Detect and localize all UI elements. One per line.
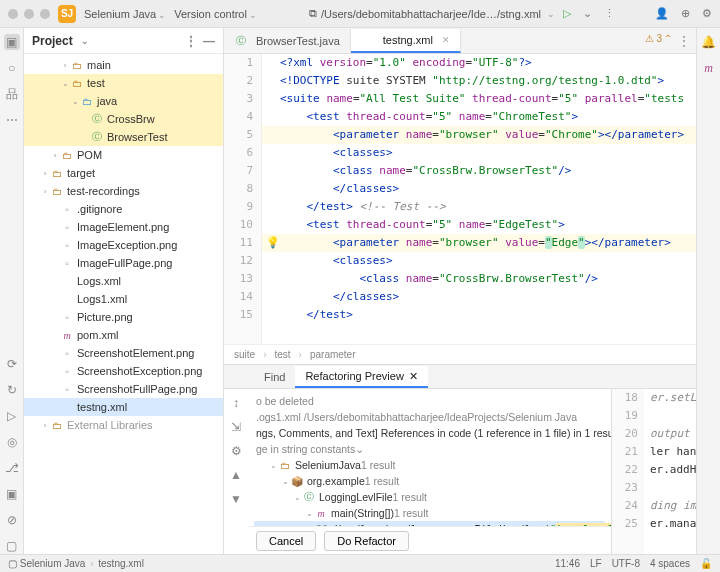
refactor-tree-item[interactable]: ngs, Comments, and Text] References in c… bbox=[254, 425, 605, 441]
branch-icon[interactable]: ⎇ bbox=[4, 460, 20, 476]
refactor-tree-item[interactable]: ⌄ⒸLoggingLevlFile 1 result bbox=[254, 489, 605, 505]
refactor-tree-item[interactable]: ⌄🗀SeleniumJava 1 result bbox=[254, 457, 605, 473]
maven-tool-icon[interactable]: m bbox=[701, 60, 717, 76]
bottom-tab[interactable]: Find bbox=[254, 366, 295, 388]
readonly-icon[interactable]: 🔓 bbox=[700, 558, 712, 569]
editor-gutter: 123456789101112131415 bbox=[224, 54, 262, 344]
indent[interactable]: 4 spaces bbox=[650, 558, 690, 569]
project-tool-icon[interactable]: ▣ bbox=[4, 34, 20, 50]
circle-icon[interactable]: ◎ bbox=[4, 434, 20, 450]
window-controls[interactable] bbox=[8, 9, 50, 19]
editor-area: ⒸBrowserTest.javatestng.xml✕⚠3 ⌃ ⋮ 12345… bbox=[224, 28, 696, 364]
title-bar: SJ Selenium Java⌄ Version control⌄ ⧉ /Us… bbox=[0, 0, 720, 28]
cancel-button[interactable]: Cancel bbox=[256, 531, 316, 551]
tree-item[interactable]: ▫ScreenshotFullPage.png bbox=[24, 380, 223, 398]
refactor-tree-item[interactable]: .ogs1.xml /Users/debomitabhattacharjee/I… bbox=[254, 409, 605, 425]
run-icon[interactable]: ▷ bbox=[563, 7, 571, 20]
vcs-menu[interactable]: Version control⌄ bbox=[174, 8, 257, 20]
tree-item[interactable]: ⒸBrowserTest bbox=[24, 128, 223, 146]
debug-icon[interactable]: ⌄ bbox=[583, 7, 592, 20]
problems-icon[interactable]: ⊘ bbox=[4, 512, 20, 528]
run-config[interactable]: ⧉ /Users/debomitabhattacharjee/Ide…/stng… bbox=[309, 7, 555, 20]
more-tool-icon[interactable]: ⋯ bbox=[4, 112, 20, 128]
editor-tab[interactable]: ⒸBrowserTest.java bbox=[224, 29, 351, 53]
close-icon[interactable]: ✕ bbox=[409, 370, 418, 383]
intention-bulb-icon[interactable]: 💡 bbox=[266, 236, 280, 249]
tree-item[interactable]: ▫ImageException.png bbox=[24, 236, 223, 254]
user-icon[interactable]: 👤 bbox=[655, 7, 669, 20]
next-icon[interactable]: ▼ bbox=[228, 491, 244, 507]
close-icon[interactable]: ✕ bbox=[442, 35, 450, 45]
tree-item[interactable]: ▫ScreenshotException.png bbox=[24, 362, 223, 380]
settings-icon[interactable]: ⚙ bbox=[702, 7, 712, 20]
refactor-tree-item[interactable]: ⌄mmain(String[]) 1 result bbox=[254, 505, 605, 521]
tree-item[interactable]: testng.xml bbox=[24, 398, 223, 416]
tree-item[interactable]: ▫Picture.png bbox=[24, 308, 223, 326]
search-icon[interactable]: ⊕ bbox=[681, 7, 690, 20]
refactor-preview-code[interactable]: 1819202122232425 er.setLevel(Level.WARNI… bbox=[612, 389, 696, 554]
editor-tab[interactable]: testng.xml✕ bbox=[351, 29, 461, 53]
tree-item[interactable]: ›🗀main bbox=[24, 56, 223, 74]
breadcrumb[interactable]: suitetestparameter bbox=[224, 344, 696, 364]
tree-item[interactable]: ▫ImageFullPage.png bbox=[24, 254, 223, 272]
filter-icon[interactable]: ⚙ bbox=[228, 443, 244, 459]
notifications-icon[interactable]: 🔔 bbox=[701, 34, 717, 50]
tree-item[interactable]: ›🗀target bbox=[24, 164, 223, 182]
refactor-tree-item[interactable]: o be deleted bbox=[254, 393, 605, 409]
project-tree[interactable]: ›🗀main⌄🗀test⌄🗀javaⒸCrossBrwⒸBrowserTest›… bbox=[24, 54, 223, 554]
sidebar-opts-icon[interactable]: ⋮ bbox=[185, 34, 197, 48]
tree-item[interactable]: ▫ScreenshotElement.png bbox=[24, 344, 223, 362]
refactor-rail: ↕ ⇲ ⚙ ▲ ▼ bbox=[224, 389, 248, 554]
tree-item[interactable]: ›🗀POM bbox=[24, 146, 223, 164]
expand-icon[interactable]: ↕ bbox=[228, 395, 244, 411]
tree-item[interactable]: Logs.xml bbox=[24, 272, 223, 290]
encoding[interactable]: UTF-8 bbox=[612, 558, 640, 569]
project-badge[interactable]: SJ bbox=[58, 5, 76, 23]
line-sep[interactable]: LF bbox=[590, 558, 602, 569]
do-refactor-button[interactable]: Do Refactor bbox=[324, 531, 409, 551]
tabs-more-icon[interactable]: ⋮ bbox=[678, 34, 690, 48]
tree-item[interactable]: ▫ImageElement.png bbox=[24, 218, 223, 236]
refactor-tree-item[interactable]: ge in string constants ⌄ bbox=[254, 441, 605, 457]
project-name[interactable]: Selenium Java⌄ bbox=[84, 8, 166, 20]
structure-tool-icon[interactable]: 品 bbox=[4, 86, 20, 102]
tree-item[interactable]: ›🗀External Libraries bbox=[24, 416, 223, 434]
tree-item[interactable]: mpom.xml bbox=[24, 326, 223, 344]
box-icon[interactable]: ▢ bbox=[4, 538, 20, 554]
bottom-tab[interactable]: Refactoring Preview ✕ bbox=[295, 366, 427, 388]
tree-item[interactable]: ⒸCrossBrw bbox=[24, 110, 223, 128]
tree-item[interactable]: Logs1.xml bbox=[24, 290, 223, 308]
prev-icon[interactable]: ▲ bbox=[228, 467, 244, 483]
refactor-tree[interactable]: o be deleted.ogs1.xml /Users/debomitabha… bbox=[248, 389, 611, 526]
refactor-tree-item[interactable]: ⌄📦org.example 1 result bbox=[254, 473, 605, 489]
close-dot[interactable] bbox=[8, 9, 18, 19]
tree-item[interactable]: ⌄🗀java bbox=[24, 92, 223, 110]
crumb-item[interactable]: parameter bbox=[299, 349, 356, 360]
editor-tabs: ⒸBrowserTest.javatestng.xml✕⚠3 ⌃ ⋮ bbox=[224, 28, 696, 54]
bottom-tabs: FindRefactoring Preview ✕ bbox=[224, 365, 696, 389]
tree-item[interactable]: ▫.gitignore bbox=[24, 200, 223, 218]
status-nav[interactable]: ▢ Selenium Java › testng.xml bbox=[8, 558, 144, 569]
terminal-icon[interactable]: ▣ bbox=[4, 486, 20, 502]
min-dot[interactable] bbox=[24, 9, 34, 19]
tree-item[interactable]: ›🗀test-recordings bbox=[24, 182, 223, 200]
redo-icon[interactable]: ↻ bbox=[4, 382, 20, 398]
tree-item[interactable]: ⌄🗀test bbox=[24, 74, 223, 92]
collapse-icon[interactable]: ⇲ bbox=[228, 419, 244, 435]
right-tool-rail: 🔔 m bbox=[696, 28, 720, 554]
more-icon[interactable]: ⋮ bbox=[604, 7, 615, 20]
max-dot[interactable] bbox=[40, 9, 50, 19]
status-bar: ▢ Selenium Java › testng.xml 11:46 LF UT… bbox=[0, 554, 720, 572]
editor-code[interactable]: <?xml version="1.0" encoding="UTF-8"?><!… bbox=[262, 54, 696, 344]
play-tool-icon[interactable]: ▷ bbox=[4, 408, 20, 424]
file-icon: ⧉ bbox=[309, 7, 317, 20]
crumb-item[interactable]: suite bbox=[234, 349, 255, 360]
left-tool-rail: ▣ ○ 品 ⋯ ⟳ ↻ ▷ ◎ ⎇ ▣ ⊘ ▢ bbox=[0, 28, 24, 554]
refresh-icon[interactable]: ⟳ bbox=[4, 356, 20, 372]
inspection-badge[interactable]: ⚠3 ⌃ bbox=[645, 33, 672, 44]
sidebar-header: Project⌄ ⋮ — bbox=[24, 28, 223, 54]
commit-tool-icon[interactable]: ○ bbox=[4, 60, 20, 76]
crumb-item[interactable]: test bbox=[263, 349, 290, 360]
caret-pos[interactable]: 11:46 bbox=[555, 558, 580, 569]
sidebar-hide-icon[interactable]: — bbox=[203, 34, 215, 48]
